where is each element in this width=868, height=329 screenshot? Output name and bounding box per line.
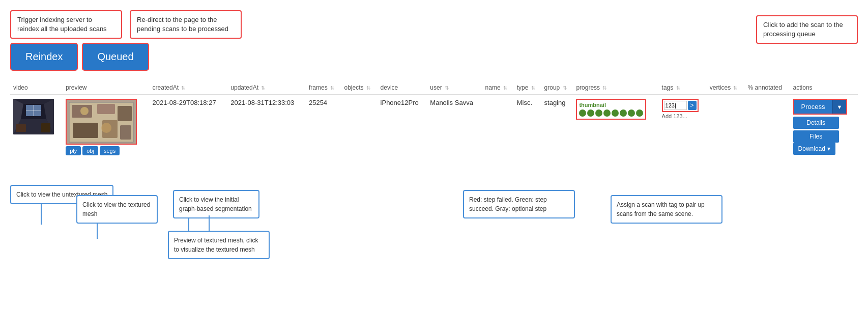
top-left-group: Trigger indexing server to reindex all t…: [10, 10, 242, 71]
th-frames: frames ⇅: [306, 81, 341, 95]
sort-icon-vertices: ⇅: [733, 85, 737, 91]
svg-rect-13: [97, 104, 115, 114]
video-thumbnail[interactable]: [13, 99, 54, 134]
pct-annotated-cell: [745, 95, 790, 160]
th-name: name ⇅: [482, 81, 514, 95]
progress-box: thumbnail: [576, 99, 646, 120]
progress-dot-2: [587, 109, 594, 117]
preview-wrapper: ply obj segs: [66, 99, 137, 155]
scans-table: video preview createdAt ⇅ updatedAt ⇅ fr…: [10, 81, 858, 159]
preview-callout: Preview of textured mesh, click to visua…: [168, 231, 270, 259]
tags-input[interactable]: [664, 101, 687, 110]
files-button[interactable]: Files: [793, 130, 839, 143]
sort-icon-tags: ⇅: [676, 85, 680, 91]
svg-rect-14: [118, 106, 132, 121]
progress-cell: thumbnail: [573, 95, 658, 160]
group-cell: staging: [541, 95, 573, 160]
progress-dot-1: [579, 109, 586, 117]
textured-mesh-line: [97, 224, 98, 239]
obj-button[interactable]: obj: [82, 146, 98, 155]
th-user: user ⇅: [427, 81, 482, 95]
vertices-cell: [707, 95, 745, 160]
th-createdAt: createdAt ⇅: [150, 81, 228, 95]
sort-icon-progress: ⇅: [602, 85, 606, 91]
progress-dot-3: [595, 109, 602, 117]
type-cell: Misc.: [514, 95, 541, 160]
progress-callout: Red: step failed. Green: step succeed. G…: [463, 190, 575, 218]
queued-button[interactable]: Queued: [82, 43, 149, 71]
th-pct-annotated: % annotated: [745, 81, 790, 95]
device-cell: iPhone12Pro: [378, 95, 427, 160]
sort-icon-user: ⇅: [445, 85, 449, 91]
th-group: group ⇅: [541, 81, 573, 95]
th-actions: actions: [790, 81, 858, 95]
preview-callout-wrapper: Preview of textured mesh, click to visua…: [168, 215, 270, 259]
process-btn-group: Process ▼: [793, 99, 848, 115]
top-buttons-row: Reindex Queued: [10, 43, 242, 71]
updated-at-cell: 2021-08-31T12:33:03: [227, 95, 306, 160]
tags-arrow-button[interactable]: >: [688, 101, 697, 110]
textured-mesh-callout-wrapper: Click to view the textured mesh: [76, 195, 158, 239]
sort-icon-updatedAt: ⇅: [261, 85, 265, 91]
tags-input-area: >: [662, 99, 699, 112]
th-device: device: [378, 81, 427, 95]
ply-button[interactable]: ply: [66, 146, 81, 155]
top-tooltips-row: Trigger indexing server to reindex all t…: [10, 10, 242, 39]
tags-callout-wrapper: Assign a scan with tag to pair up scans …: [611, 195, 722, 224]
preview-line: [209, 215, 210, 231]
details-button[interactable]: Details: [793, 117, 839, 129]
th-updatedAt: updatedAt ⇅: [227, 81, 306, 95]
callout-section: Click to view the untextured mesh Click …: [10, 164, 858, 277]
name-cell: [482, 95, 514, 160]
table-header-row: video preview createdAt ⇅ updatedAt ⇅ fr…: [10, 81, 858, 95]
preview-cell: ply obj segs: [63, 95, 149, 160]
room-svg: [13, 99, 54, 134]
th-preview: preview: [63, 81, 149, 95]
progress-dot-6: [620, 109, 627, 117]
table-container: video preview createdAt ⇅ updatedAt ⇅ fr…: [10, 81, 858, 159]
dropdown-arrow-icon: ▾: [827, 145, 830, 152]
process-dropdown-button[interactable]: ▼: [832, 100, 847, 114]
tags-callout: Assign a scan with tag to pair up scans …: [611, 195, 722, 224]
preview-image-box[interactable]: [66, 99, 137, 145]
sort-icon-type: ⇅: [531, 85, 535, 91]
tags-cell: > Add 123...: [659, 95, 707, 160]
actions-cell: Process ▼ Details Files Download ▾: [790, 95, 858, 160]
top-section: Trigger indexing server to reindex all t…: [10, 10, 858, 71]
tags-add-text: Add 123...: [662, 113, 704, 119]
created-at-cell: 2021-08-29T08:18:27: [150, 95, 228, 160]
process-queue-tooltip-area: Click to add the scan to the processing …: [756, 15, 858, 44]
progress-dot-5: [612, 109, 619, 117]
process-queue-tooltip: Click to add the scan to the processing …: [756, 15, 858, 44]
svg-rect-8: [16, 124, 26, 132]
progress-dot-7: [628, 109, 635, 117]
page: Trigger indexing server to reindex all t…: [0, 0, 868, 287]
action-buttons: Details Files Download ▾: [793, 117, 855, 155]
reindex-tooltip: Trigger indexing server to reindex all t…: [10, 10, 122, 39]
svg-rect-9: [41, 123, 50, 132]
untextured-mesh-line: [41, 204, 42, 225]
th-objects: objects ⇅: [341, 81, 378, 95]
progress-dots: [579, 109, 643, 117]
sort-icon-name: ⇅: [503, 85, 507, 91]
sort-icon-createdAt: ⇅: [181, 85, 185, 91]
progress-label: thumbnail: [579, 102, 643, 108]
objects-cell: [341, 95, 378, 160]
preview-buttons-row: ply obj segs: [66, 146, 137, 155]
sort-icon-objects: ⇅: [366, 85, 370, 91]
download-button[interactable]: Download ▾: [793, 143, 835, 155]
frames-cell: 25254: [306, 95, 341, 160]
video-cell: [10, 95, 63, 160]
reindex-button[interactable]: Reindex: [10, 43, 78, 71]
th-vertices: vertices ⇅: [707, 81, 745, 95]
th-progress: progress ⇅: [573, 81, 658, 95]
th-video: video: [10, 81, 63, 95]
segs-button[interactable]: segs: [100, 146, 120, 155]
svg-rect-17: [120, 125, 131, 140]
progress-dot-8: [636, 109, 643, 117]
progress-callout-wrapper: Red: step failed. Green: step succeed. G…: [463, 190, 575, 218]
th-tags: tags ⇅: [659, 81, 707, 95]
user-cell: Manolis Savva: [427, 95, 482, 160]
sort-icon-frames: ⇅: [330, 85, 334, 91]
process-button[interactable]: Process: [794, 100, 832, 114]
